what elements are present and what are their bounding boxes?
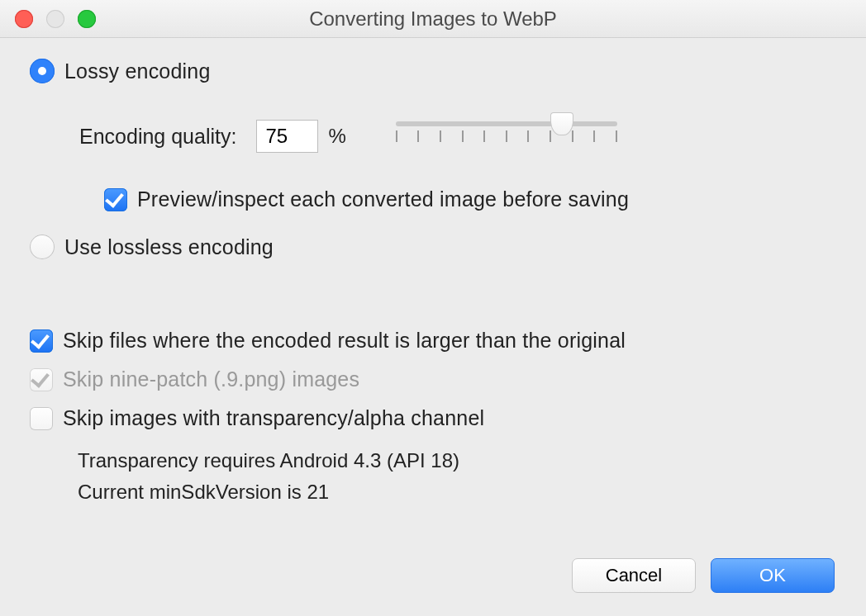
preview-row[interactable]: Preview/inspect each converted image bef…	[104, 187, 836, 211]
lossless-encoding-radio[interactable]	[30, 235, 55, 259]
cancel-button[interactable]: Cancel	[572, 558, 696, 593]
percent-label: %	[328, 125, 345, 148]
skip-ninepatch-label: Skip nine-patch (.9.png) images	[63, 367, 359, 391]
minimize-window-icon[interactable]	[46, 10, 64, 28]
skip-alpha-row[interactable]: Skip images with transparency/alpha chan…	[30, 406, 836, 430]
skip-ninepatch-checkbox	[30, 368, 53, 391]
titlebar: Converting Images to WebP	[0, 0, 866, 38]
skip-larger-checkbox[interactable]	[30, 329, 53, 353]
skip-larger-row[interactable]: Skip files where the encoded result is l…	[30, 329, 836, 353]
preview-label: Preview/inspect each converted image bef…	[137, 187, 629, 211]
encoding-quality-row: Encoding quality: %	[79, 116, 836, 156]
lossy-encoding-radio[interactable]	[30, 59, 55, 83]
ok-button[interactable]: OK	[711, 558, 835, 593]
encoding-quality-label: Encoding quality:	[79, 125, 236, 149]
quality-slider[interactable]	[396, 116, 617, 156]
lossy-encoding-row[interactable]: Lossy encoding	[30, 59, 836, 83]
skip-ninepatch-row: Skip nine-patch (.9.png) images	[30, 367, 836, 391]
encoding-quality-input[interactable]	[256, 120, 318, 153]
close-window-icon[interactable]	[15, 10, 33, 28]
zoom-window-icon[interactable]	[78, 10, 96, 28]
dialog-buttons: Cancel OK	[572, 558, 835, 593]
slider-track	[396, 121, 617, 126]
preview-checkbox[interactable]	[104, 188, 127, 211]
skip-options-section: Skip files where the encoded result is l…	[30, 329, 836, 509]
lossy-encoding-label: Lossy encoding	[64, 59, 211, 83]
lossless-encoding-row[interactable]: Use lossless encoding	[30, 235, 836, 259]
slider-ticks	[396, 130, 617, 142]
skip-alpha-label: Skip images with transparency/alpha chan…	[63, 406, 484, 430]
lossless-encoding-label: Use lossless encoding	[64, 235, 274, 259]
transparency-help2: Current minSdkVersion is 21	[78, 476, 836, 508]
dialog-content: Lossy encoding Encoding quality: % Previ…	[0, 38, 866, 509]
window-title: Converting Images to WebP	[309, 7, 557, 31]
transparency-help1: Transparency requires Android 4.3 (API 1…	[78, 445, 836, 476]
window-controls	[15, 10, 96, 28]
skip-alpha-checkbox[interactable]	[30, 407, 53, 430]
skip-larger-label: Skip files where the encoded result is l…	[63, 329, 626, 353]
